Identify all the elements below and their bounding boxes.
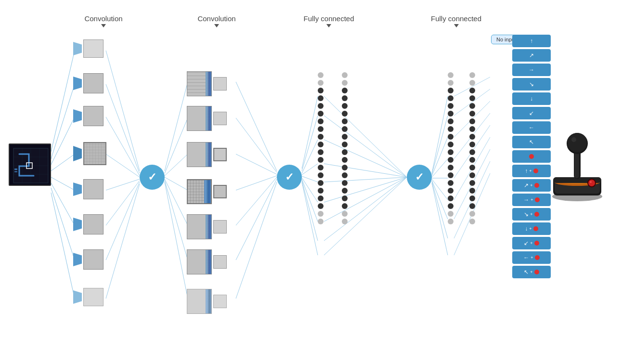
fire-dot xyxy=(529,154,534,159)
svg-line-21 xyxy=(165,181,188,260)
fc1-nodes-left xyxy=(318,72,324,224)
action-down-left[interactable]: ↙ xyxy=(512,107,551,119)
conv1-filter-8 xyxy=(73,288,104,306)
action-left[interactable]: ← xyxy=(512,121,551,134)
action-down[interactable]: ↓ xyxy=(512,92,551,105)
fc-node xyxy=(318,126,324,132)
fire-dot xyxy=(534,270,539,274)
joystick xyxy=(546,125,609,204)
svg-line-36 xyxy=(302,179,318,221)
svg-line-3 xyxy=(51,154,75,171)
fc-node xyxy=(448,88,454,93)
svg-line-7 xyxy=(51,193,75,299)
fc-node xyxy=(342,142,348,147)
fc-node xyxy=(469,142,475,147)
action-down-right[interactable]: ↘ xyxy=(512,78,551,91)
fc-node xyxy=(342,165,348,170)
conv2-filter-2 xyxy=(187,106,227,131)
fc-node xyxy=(342,72,348,78)
fc-node xyxy=(448,211,454,217)
fc-node xyxy=(469,165,475,170)
action-up[interactable]: ↑ xyxy=(512,35,551,47)
svg-rect-76 xyxy=(14,171,17,172)
relu2-circle: ✓ xyxy=(277,165,302,190)
action-fire[interactable] xyxy=(512,150,551,163)
action-up-left[interactable]: ↖ xyxy=(512,136,551,148)
fc-node xyxy=(448,126,454,132)
svg-line-44 xyxy=(324,177,407,202)
fc-node xyxy=(318,118,324,124)
svg-line-56 xyxy=(432,183,448,255)
svg-line-54 xyxy=(432,181,448,219)
svg-line-2 xyxy=(51,117,75,165)
action-left-fire[interactable]: ← + xyxy=(512,251,551,264)
fc-node xyxy=(318,142,324,147)
fc-node xyxy=(342,134,348,140)
svg-line-10 xyxy=(106,117,140,176)
fc-node xyxy=(318,172,324,178)
relu2-checkmark: ✓ xyxy=(285,171,294,183)
action-up-fire[interactable]: ↑ + xyxy=(512,165,551,177)
svg-line-55 xyxy=(432,182,448,238)
svg-line-53 xyxy=(432,179,448,200)
svg-line-50 xyxy=(432,137,448,176)
fc-node xyxy=(342,80,348,86)
fc-node xyxy=(448,203,454,209)
fc-node xyxy=(469,111,475,117)
fc-node xyxy=(448,103,454,109)
svg-line-1 xyxy=(51,84,75,159)
action-up-left-fire[interactable]: ↖ + xyxy=(512,266,551,278)
svg-line-41 xyxy=(324,140,407,177)
fc-node xyxy=(448,180,454,186)
svg-line-51 xyxy=(432,159,448,177)
svg-point-90 xyxy=(571,137,576,142)
conv1-filter-5 xyxy=(73,179,104,199)
fc-node xyxy=(469,172,475,178)
svg-line-17 xyxy=(165,118,188,173)
conv2-label: Convolution xyxy=(188,14,246,27)
fc-node xyxy=(318,219,324,224)
fc-node xyxy=(342,180,348,186)
svg-line-35 xyxy=(302,178,318,202)
svg-line-8 xyxy=(106,51,140,171)
fc-node xyxy=(448,149,454,155)
fc-node xyxy=(469,203,475,209)
fc-node xyxy=(318,157,324,163)
fc-node xyxy=(342,219,348,224)
svg-line-9 xyxy=(106,84,140,173)
fc-node xyxy=(318,72,324,78)
fc-node xyxy=(318,103,324,109)
fc-node xyxy=(318,134,324,140)
fc-node xyxy=(342,172,348,178)
conv1-filter-1 xyxy=(73,39,104,58)
svg-line-28 xyxy=(236,179,277,260)
relu1-circle: ✓ xyxy=(140,165,165,190)
svg-line-46 xyxy=(324,177,407,241)
action-down-left-fire[interactable]: ↙ + xyxy=(512,237,551,249)
svg-point-89 xyxy=(568,133,587,152)
fire-dot xyxy=(534,212,539,217)
action-down-right-fire[interactable]: ↘ + xyxy=(512,208,551,221)
svg-line-18 xyxy=(165,154,188,176)
conv1-label: Convolution xyxy=(75,14,132,27)
fc-node xyxy=(469,157,475,163)
svg-line-22 xyxy=(165,182,188,299)
fc-node xyxy=(342,103,348,109)
fire-dot xyxy=(534,241,539,246)
svg-line-11 xyxy=(106,154,140,177)
fc-node xyxy=(448,142,454,147)
svg-line-23 xyxy=(236,82,277,171)
svg-line-47 xyxy=(324,177,407,255)
svg-line-42 xyxy=(324,164,407,177)
conv1-filter-2 xyxy=(73,73,104,93)
action-up-right[interactable]: ↗ xyxy=(512,49,551,62)
action-up-right-fire[interactable]: ↗ + xyxy=(512,179,551,192)
fc-node xyxy=(469,80,475,86)
fc2-nodes-right xyxy=(469,72,475,224)
conv2-filter-5 xyxy=(187,214,227,239)
action-right[interactable]: → xyxy=(512,64,551,76)
relu3-circle: ✓ xyxy=(407,165,432,190)
action-right-fire[interactable]: → + xyxy=(512,194,551,206)
action-down-fire[interactable]: ↓ + xyxy=(512,222,551,235)
conv1-filter-4 xyxy=(73,142,106,165)
